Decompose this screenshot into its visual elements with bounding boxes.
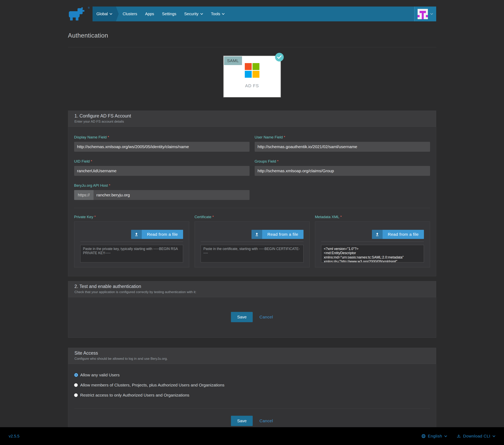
required-marker: * bbox=[94, 215, 96, 219]
api-host-field-group: BeryJu.org API Host* https:// rancher.be… bbox=[74, 183, 250, 200]
section-header: Site Access Configure who should be allo… bbox=[68, 348, 436, 364]
section-subtitle: Configure who should be allowed to log i… bbox=[74, 357, 430, 361]
configure-form: Display Name Field* http://schemas.xmlso… bbox=[68, 127, 436, 276]
user-menu[interactable] bbox=[414, 6, 436, 21]
groups-field-group: Groups Field* http://schemas.xmlsoap.org… bbox=[255, 159, 430, 176]
rancher-cow-icon bbox=[68, 7, 87, 21]
avatar-identicon bbox=[418, 9, 428, 19]
field-label: BeryJu.org API Host* bbox=[74, 183, 250, 188]
nav-item-apps[interactable]: Apps bbox=[141, 6, 158, 21]
nav-item-clusters[interactable]: Clusters bbox=[119, 6, 141, 21]
radio-label: Allow members of Clusters, Projects, plu… bbox=[80, 383, 224, 388]
cancel-link[interactable]: Cancel bbox=[259, 419, 273, 423]
field-label: Private Key* bbox=[74, 215, 189, 219]
radio-allow-any-valid-users[interactable]: Allow any valid Users bbox=[74, 373, 430, 377]
api-host-input[interactable]: rancher.beryju.org bbox=[93, 190, 250, 200]
check-icon bbox=[275, 53, 284, 61]
radio-button[interactable] bbox=[74, 383, 78, 387]
upload-icon bbox=[372, 230, 383, 239]
field-label: Metadata XML* bbox=[315, 215, 430, 219]
chevron-down-icon bbox=[200, 13, 203, 15]
ms-square-red bbox=[245, 63, 252, 70]
required-marker: * bbox=[91, 159, 92, 163]
certificate-read-file-button[interactable]: Read from a file bbox=[252, 230, 303, 239]
read-file-button-label: Read from a file bbox=[262, 230, 303, 239]
uid-input[interactable]: rancherUidUsername bbox=[74, 166, 250, 176]
required-marker: * bbox=[108, 135, 109, 139]
rancher-authentication-page: ® Global Clusters Apps Settings Security… bbox=[0, 0, 504, 445]
certificate-textarea[interactable]: Paste in the certificate, starting with … bbox=[201, 245, 304, 262]
radio-button-selected[interactable] bbox=[74, 373, 78, 377]
radio-button[interactable] bbox=[74, 393, 78, 397]
protocol-prefix: https:// bbox=[74, 190, 93, 200]
main-nav: Global Clusters Apps Settings Security T… bbox=[92, 6, 436, 21]
field-label: User Name Field* bbox=[255, 135, 430, 139]
chevron-down-icon bbox=[430, 13, 433, 15]
required-marker: * bbox=[212, 215, 214, 219]
field-label: Display Name Field* bbox=[74, 135, 250, 139]
chevron-down-icon bbox=[444, 435, 447, 437]
section-title: 1. Configure AD FS Account bbox=[74, 113, 430, 119]
panel-divider bbox=[201, 241, 304, 242]
nav-label: Security bbox=[184, 12, 198, 16]
adfs-provider-card[interactable]: SAML AD FS bbox=[224, 56, 281, 97]
ms-square-yellow bbox=[252, 71, 259, 78]
user-name-input[interactable]: http://schemas.goauthentik.io/2021/02/sa… bbox=[255, 142, 430, 152]
section-header: 1. Configure AD FS Account Enter your AD… bbox=[68, 111, 436, 127]
ms-square-blue bbox=[245, 71, 252, 78]
panel-divider bbox=[80, 241, 183, 242]
language-selector[interactable]: English bbox=[421, 434, 447, 439]
certificate-panel: Read from a file Paste in the certificat… bbox=[195, 222, 310, 267]
panel-divider bbox=[321, 241, 424, 242]
nav-label: Tools bbox=[211, 12, 220, 16]
chevron-down-icon bbox=[492, 435, 495, 437]
private-key-read-file-button[interactable]: Read from a file bbox=[131, 230, 183, 239]
groups-input[interactable]: http://schemas.xmlsoap.org/claims/Group bbox=[255, 166, 430, 176]
page-title: Authentication bbox=[68, 32, 436, 39]
site-access-section: Site Access Configure who should be allo… bbox=[68, 348, 436, 436]
read-file-button-label: Read from a file bbox=[383, 230, 424, 239]
nav-item-global[interactable]: Global bbox=[92, 6, 119, 21]
registered-mark: ® bbox=[88, 6, 90, 9]
footer: v2.5.5 English Download C bbox=[0, 427, 504, 445]
metadata-xml-panel: Read from a file <?xml version="1.0"?> <… bbox=[315, 222, 430, 267]
required-marker: * bbox=[340, 215, 342, 219]
save-button[interactable]: Save bbox=[231, 312, 253, 322]
display-name-input[interactable]: http://schemas.xmlsoap.org/ws/2005/05/id… bbox=[74, 142, 250, 152]
section-header: 2. Test and enable authentication Check … bbox=[68, 281, 436, 297]
metadata-read-file-button[interactable]: Read from a file bbox=[372, 230, 424, 239]
metadata-xml-textarea[interactable]: <?xml version="1.0"?> <md:EntityDescript… bbox=[321, 245, 424, 262]
section-subtitle: Enter your AD FS account details bbox=[74, 120, 430, 124]
nav-item-tools[interactable]: Tools bbox=[207, 6, 229, 21]
rancher-logo[interactable]: ® bbox=[68, 6, 89, 21]
certificate-field-group: Certificate* Read from a file bbox=[195, 215, 310, 267]
radio-restrict-access[interactable]: Restrict access to only Authorized Users… bbox=[74, 393, 430, 398]
download-icon bbox=[457, 434, 461, 438]
required-marker: * bbox=[284, 135, 285, 139]
save-button[interactable]: Save bbox=[231, 416, 253, 426]
version-label: v2.5.5 bbox=[9, 434, 19, 439]
upload-icon bbox=[252, 230, 262, 239]
avatar-pattern-icon bbox=[418, 9, 428, 19]
nav-item-security[interactable]: Security bbox=[180, 6, 207, 21]
saml-badge: SAML bbox=[224, 56, 242, 65]
user-name-field-group: User Name Field* http://schemas.goauthen… bbox=[255, 135, 430, 152]
main-content: Authentication SAML AD FS 1. Con bbox=[68, 32, 436, 436]
cancel-link[interactable]: Cancel bbox=[259, 315, 273, 319]
radio-allow-members[interactable]: Allow members of Clusters, Projects, plu… bbox=[74, 383, 430, 388]
nav-label: Clusters bbox=[123, 12, 137, 16]
read-file-button-label: Read from a file bbox=[142, 230, 183, 239]
radio-label: Allow any valid Users bbox=[80, 373, 120, 377]
upload-icon bbox=[131, 230, 142, 239]
uid-field-group: UID Field* rancherUidUsername bbox=[74, 159, 250, 176]
microsoft-logo-icon bbox=[245, 63, 259, 78]
download-cli-menu[interactable]: Download CLI bbox=[457, 434, 495, 439]
nav-item-settings[interactable]: Settings bbox=[158, 6, 180, 21]
section-title: Site Access bbox=[74, 351, 430, 356]
nav-label: Settings bbox=[162, 12, 176, 16]
section-title: 2. Test and enable authentication bbox=[74, 284, 430, 289]
download-cli-label: Download CLI bbox=[463, 434, 490, 439]
private-key-textarea[interactable]: Paste in the private key, typically star… bbox=[80, 245, 183, 262]
field-label: UID Field* bbox=[74, 159, 250, 164]
display-name-field-group: Display Name Field* http://schemas.xmlso… bbox=[74, 135, 250, 152]
